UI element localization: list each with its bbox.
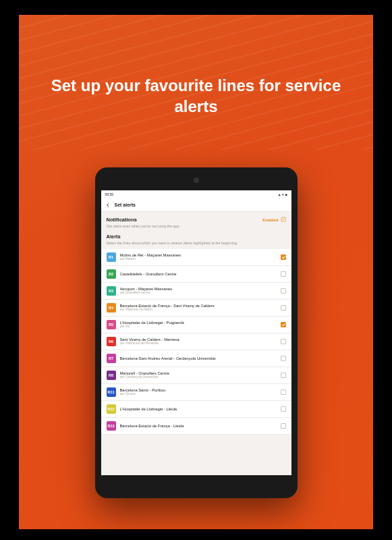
enabled-label: Enabled bbox=[262, 218, 278, 222]
line-text: Barcelona Estació de França - Lleida bbox=[120, 424, 277, 428]
line-badge: R5 bbox=[107, 320, 116, 329]
line-operator: per Vilanova i la Geltrú bbox=[120, 308, 277, 311]
line-checkbox[interactable] bbox=[281, 271, 286, 277]
line-route: L'Hospitalet de Llobregat - Lleida bbox=[120, 407, 277, 411]
line-row[interactable]: R1Molins de Rei - Maçanet Massanesper Ma… bbox=[101, 249, 291, 266]
headline-text: Set up your favourite lines for service … bbox=[19, 76, 373, 117]
status-icons: ▲ ▾ ■ bbox=[278, 192, 287, 196]
tablet-screen: 09:55 ▲ ▾ ■ Set alerts Notifications Get… bbox=[101, 190, 291, 475]
line-row[interactable]: R2Castelldefels - Granollers Centre bbox=[101, 266, 291, 283]
line-route: Barcelona-Sant Andreu Arenal - Cerdanyol… bbox=[120, 356, 277, 360]
status-time: 09:55 bbox=[105, 192, 114, 196]
tablet-frame: 09:55 ▲ ▾ ■ Set alerts Notifications Get… bbox=[95, 167, 298, 498]
line-checkbox[interactable] bbox=[281, 423, 286, 429]
alerts-subtitle: Select the lines about which you want to… bbox=[107, 241, 286, 246]
line-checkbox[interactable] bbox=[281, 254, 286, 260]
line-text: L'Hospitalet de Llobregat - Lleida bbox=[120, 407, 277, 411]
line-row[interactable]: R11Barcelona Sants - Portbouper Girona bbox=[101, 384, 291, 401]
promo-panel: Set up your favourite lines for service … bbox=[19, 15, 373, 529]
line-text: Castelldefels - Granollers Centre bbox=[120, 272, 277, 276]
line-text: Martorell - Granollers Centreper Cerdany… bbox=[120, 371, 277, 379]
notifications-subtitle: Get alerts even when you're not using th… bbox=[107, 224, 180, 229]
line-badge: R13 bbox=[107, 421, 116, 431]
line-checkbox[interactable] bbox=[281, 406, 286, 412]
line-row[interactable]: R5L'Hospitalet de Llobregat - Puigcerdàp… bbox=[101, 317, 291, 333]
notifications-title: Notifications bbox=[107, 217, 180, 223]
line-badge: R11 bbox=[107, 387, 116, 397]
alerts-title: Alerts bbox=[107, 234, 286, 240]
line-badge: R1 bbox=[107, 252, 116, 262]
line-checkbox[interactable] bbox=[281, 389, 286, 395]
line-row[interactable]: R12L'Hospitalet de Llobregat - Lleida bbox=[101, 401, 291, 418]
status-bar: 09:55 ▲ ▾ ■ bbox=[101, 190, 291, 198]
line-checkbox[interactable] bbox=[281, 288, 286, 294]
line-text: Molins de Rei - Maçanet Massanesper Mata… bbox=[120, 253, 277, 261]
line-operator: per Mataró bbox=[120, 257, 277, 261]
check-icon bbox=[281, 217, 286, 223]
line-row[interactable]: R4Barcelona Estació de França - Sant Vic… bbox=[101, 300, 291, 317]
line-checkbox[interactable] bbox=[281, 305, 286, 310]
line-text: L'Hospitalet de Llobregat - Puigcerdàper… bbox=[120, 321, 277, 328]
line-route: Castelldefels - Granollers Centre bbox=[120, 272, 277, 276]
notifications-toggle[interactable]: Enabled bbox=[262, 217, 285, 223]
line-checkbox[interactable] bbox=[281, 339, 286, 344]
line-badge: R6 bbox=[107, 337, 116, 346]
line-text: Barcelona-Sant Andreu Arenal - Cerdanyol… bbox=[120, 356, 277, 360]
line-text: Barcelona Estació de França - Sant Vicen… bbox=[120, 304, 277, 311]
line-checkbox[interactable] bbox=[281, 373, 286, 378]
title-bar: Set alerts bbox=[101, 198, 291, 212]
line-route: Barcelona Estació de França - Lleida bbox=[120, 424, 277, 428]
line-row[interactable]: R13Barcelona Estació de França - Lleida bbox=[101, 418, 291, 435]
line-operator: per Girona bbox=[120, 392, 277, 396]
back-icon[interactable] bbox=[105, 202, 111, 208]
line-checkbox[interactable] bbox=[281, 356, 286, 361]
line-row[interactable]: R3Aeroport - Maçanet Massanesper Granoll… bbox=[101, 283, 291, 300]
line-text: Aeroport - Maçanet Massanesper Granoller… bbox=[120, 287, 277, 294]
line-badge: R12 bbox=[107, 404, 116, 414]
line-row[interactable]: R7Barcelona-Sant Andreu Arenal - Cerdany… bbox=[101, 350, 291, 367]
line-row[interactable]: R8Martorell - Granollers Centreper Cerda… bbox=[101, 367, 291, 384]
line-list: R1Molins de Rei - Maçanet Massanesper Ma… bbox=[101, 249, 291, 435]
line-operator: per Granollers centre bbox=[120, 291, 277, 294]
notifications-section: Notifications Get alerts even when you'r… bbox=[101, 212, 291, 232]
line-badge: R7 bbox=[107, 354, 116, 363]
line-text: Barcelona Sants - Portbouper Girona bbox=[120, 388, 277, 396]
line-badge: R2 bbox=[107, 269, 116, 279]
alerts-section: Alerts Select the lines about which you … bbox=[101, 232, 291, 249]
line-checkbox[interactable] bbox=[281, 322, 286, 327]
line-badge: R3 bbox=[107, 286, 116, 296]
line-badge: R8 bbox=[107, 371, 116, 380]
line-badge: R4 bbox=[107, 303, 116, 313]
screen-title: Set alerts bbox=[115, 202, 136, 207]
tablet-camera bbox=[194, 178, 199, 183]
line-operator: per Vilafranca del Penedès bbox=[120, 342, 277, 345]
line-operator: per Vic bbox=[120, 325, 277, 328]
line-operator: per Cerdanyola Universitat bbox=[120, 375, 277, 379]
line-row[interactable]: R6Sant Vicenç de Calders - Manresaper Vi… bbox=[101, 333, 291, 350]
line-text: Sant Vicenç de Calders - Manresaper Vila… bbox=[120, 338, 277, 345]
